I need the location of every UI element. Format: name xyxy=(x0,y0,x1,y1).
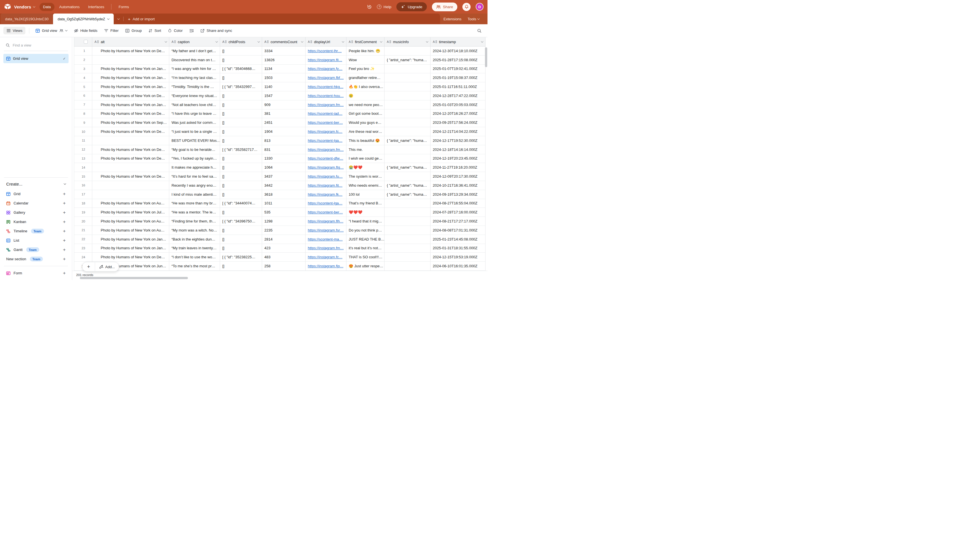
cell-displayUrl[interactable]: https://scontent-iad… xyxy=(306,109,346,118)
share-sync-button[interactable]: Share and sync xyxy=(198,27,234,34)
cell-caption[interactable]: It makes me appreciate h… xyxy=(169,163,220,172)
views-button[interactable]: Views xyxy=(3,27,25,34)
cell-musicInfo[interactable]: { "artist_name": "huma… xyxy=(384,181,431,190)
row-height-button[interactable] xyxy=(187,27,196,34)
row-number[interactable]: 24 xyxy=(74,253,92,262)
cell-commentsCount[interactable]: 3334 xyxy=(262,47,306,55)
cell-musicInfo[interactable] xyxy=(384,235,431,244)
cell-childPosts[interactable]: [] xyxy=(220,262,262,271)
column-chevron-down-icon[interactable] xyxy=(257,40,260,42)
url-link[interactable]: https://scontent-ber… xyxy=(308,120,343,125)
cell-alt[interactable]: Photo by Humans of New York on De… xyxy=(92,109,169,118)
cell-timestamp[interactable]: 2024-12-28T17:47:22.000Z xyxy=(431,92,486,100)
cell-firstComment[interactable]: That’s my friend B… xyxy=(346,199,384,208)
cell-childPosts[interactable]: [] xyxy=(220,118,262,127)
cell-musicInfo[interactable]: { "artist_name": "huma… xyxy=(384,136,431,145)
url-link[interactable]: https://instagram.fm… xyxy=(308,103,344,107)
plus-icon[interactable]: + xyxy=(63,192,66,196)
tabs-expand-button[interactable] xyxy=(114,13,123,24)
url-link[interactable]: https://instagram.fsr… xyxy=(308,228,344,232)
cell-displayUrl[interactable]: https://instagram.fc… xyxy=(306,127,346,136)
column-chevron-down-icon[interactable] xyxy=(380,40,382,42)
cell-caption[interactable]: “My mom was a witch. No… xyxy=(169,226,220,235)
cell-alt[interactable]: Photo by Humans of New York on Jul… xyxy=(92,208,169,217)
cell-commentsCount[interactable]: 13826 xyxy=(262,55,306,65)
cell-caption[interactable]: “My goal is to be heralde… xyxy=(169,145,220,154)
cell-timestamp[interactable]: 2024-12-30T14:18:10.000Z xyxy=(431,47,486,55)
extensions-button[interactable]: Extensions xyxy=(444,17,462,21)
cell-timestamp[interactable]: 2024-12-21T14:04:22.000Z xyxy=(431,127,486,136)
cell-musicInfo[interactable] xyxy=(384,47,431,55)
base-chevron-down-icon[interactable] xyxy=(33,5,35,7)
color-button[interactable]: Color xyxy=(165,27,185,34)
create-item-kanban[interactable]: Kanban + xyxy=(3,217,68,227)
cell-firstComment[interactable]: I wish we could ge… xyxy=(346,154,384,163)
cell-musicInfo[interactable] xyxy=(384,154,431,163)
grid-view-switcher[interactable]: Grid view xyxy=(33,27,69,34)
cell-displayUrl[interactable]: https://scontent-ber… xyxy=(306,118,346,127)
history-button[interactable] xyxy=(367,5,372,9)
create-item-gantt[interactable]: Gantt Team + xyxy=(3,245,68,254)
cell-alt[interactable]: Photo by Humans of New York on De… xyxy=(92,92,169,100)
cell-firstComment[interactable]: This me. xyxy=(346,145,384,154)
cell-timestamp[interactable]: 2024-12-20T16:26:27.000Z xyxy=(431,109,486,118)
plus-icon[interactable]: + xyxy=(63,247,66,252)
cell-firstComment[interactable]: This is beautiful 😍 xyxy=(346,136,384,145)
cell-childPosts[interactable]: [] xyxy=(220,100,262,109)
cell-firstComment[interactable]: Are these real wor… xyxy=(346,127,384,136)
cell-childPosts[interactable]: [] xyxy=(220,208,262,217)
column-header-timestamp[interactable]: Atimestamp xyxy=(431,37,486,47)
cell-commentsCount[interactable]: 535 xyxy=(262,208,306,217)
row-number[interactable]: 23 xyxy=(74,244,92,253)
row-number[interactable]: 18 xyxy=(74,199,92,208)
add-with-ai-button[interactable]: Add... xyxy=(95,262,119,271)
cell-timestamp[interactable]: 2024-07-28T17:16:00.000Z xyxy=(431,208,486,217)
url-link[interactable]: https://instagram.fu… xyxy=(308,174,343,178)
cell-childPosts[interactable]: [] xyxy=(220,136,262,145)
plus-icon[interactable]: + xyxy=(63,238,66,243)
cell-childPosts[interactable]: [] xyxy=(220,190,262,199)
url-link[interactable]: https://instagram.fk… xyxy=(308,192,342,197)
cell-musicInfo[interactable] xyxy=(384,199,431,208)
cell-displayUrl[interactable]: https://scontent-lhr… xyxy=(306,47,346,55)
cell-firstComment[interactable]: ❤️❤️❤️ xyxy=(346,208,384,217)
cell-commentsCount[interactable]: 1298 xyxy=(262,217,306,226)
create-item-new-section[interactable]: New section Team + xyxy=(3,254,68,263)
cell-childPosts[interactable]: [] xyxy=(220,226,262,235)
cell-caption[interactable]: “Back in the eighties dun… xyxy=(169,235,220,244)
row-number[interactable]: 1 xyxy=(74,47,92,55)
hide-fields-button[interactable]: Hide fields xyxy=(72,27,100,34)
cell-childPosts[interactable]: [ { "id": "34440074… xyxy=(220,199,262,208)
cell-childPosts[interactable]: [] xyxy=(220,109,262,118)
cell-firstComment[interactable]: Feel you bro ✨ xyxy=(346,65,384,73)
cell-musicInfo[interactable] xyxy=(384,253,431,262)
cell-displayUrl[interactable]: https://instagram.fbf… xyxy=(306,73,346,82)
cell-musicInfo[interactable] xyxy=(384,65,431,73)
cell-alt[interactable]: Photo by Humans of New York on Jan… xyxy=(92,100,169,109)
cell-displayUrl[interactable]: https://instagram.fy… xyxy=(306,65,346,73)
cell-timestamp[interactable]: 2024-12-09T20:17:30.000Z xyxy=(431,172,486,181)
cell-caption[interactable]: “I was angry with him for … xyxy=(169,65,220,73)
upgrade-button[interactable]: Upgrade xyxy=(396,2,427,11)
cell-caption[interactable]: “Timidity. Timidity is the … xyxy=(169,82,220,92)
cell-firstComment[interactable]: Girl got some boot… xyxy=(346,109,384,118)
url-link[interactable]: https://instagram.flh… xyxy=(308,219,343,223)
add-record-button[interactable]: + xyxy=(82,262,95,271)
url-link[interactable]: https://scontent-lhr… xyxy=(308,49,342,53)
cell-timestamp[interactable]: 2024-06-10T16:01:35.000Z xyxy=(431,262,486,271)
cell-timestamp[interactable]: 2024-10-21T16:36:41.000Z xyxy=(431,181,486,190)
cell-timestamp[interactable]: 2025-01-07T19:02:41.000Z xyxy=(431,65,486,73)
cell-alt[interactable] xyxy=(92,190,169,199)
cell-childPosts[interactable]: [ { "id": "34396750… xyxy=(220,217,262,226)
column-chevron-down-icon[interactable] xyxy=(165,40,167,42)
cell-displayUrl[interactable]: https://scontent-lga… xyxy=(306,136,346,145)
cell-childPosts[interactable]: [] xyxy=(220,47,262,55)
url-link[interactable]: https://scontent-iad… xyxy=(308,112,342,116)
row-number[interactable]: 16 xyxy=(74,181,92,190)
cell-musicInfo[interactable] xyxy=(384,244,431,253)
column-header-alt[interactable]: Aalt xyxy=(92,37,169,47)
cell-alt[interactable]: Photo by Humans of New York on Au… xyxy=(92,217,169,226)
cell-musicInfo[interactable] xyxy=(384,262,431,271)
select-all-checkbox[interactable] xyxy=(84,40,88,44)
cell-alt[interactable]: Photo by Humans of New York on Jan… xyxy=(92,82,169,92)
